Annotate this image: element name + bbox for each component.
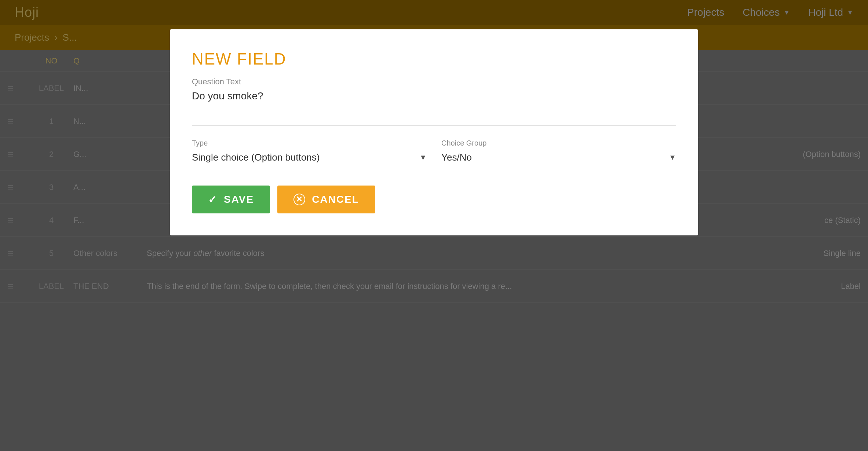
choice-group-select-arrow-icon: ▼ xyxy=(669,153,676,162)
checkmark-icon: ✓ xyxy=(208,194,217,206)
dialog-divider xyxy=(192,125,676,126)
choice-group-select-value: Yes/No xyxy=(441,152,472,163)
cancel-button[interactable]: ✕ CANCEL xyxy=(277,186,375,213)
question-text-value[interactable]: Do you smoke? xyxy=(192,90,676,112)
type-label: Type xyxy=(192,139,427,147)
question-text-label: Question Text xyxy=(192,77,676,87)
save-button[interactable]: ✓ SAVE xyxy=(192,186,270,213)
type-select-arrow-icon: ▼ xyxy=(419,153,427,162)
type-select[interactable]: Single choice (Option buttons) ▼ xyxy=(192,152,427,167)
dialog-fields-row: Type Single choice (Option buttons) ▼ Ch… xyxy=(192,139,676,167)
new-field-dialog: NEW FIELD Question Text Do you smoke? Ty… xyxy=(170,29,698,235)
modal-overlay: NEW FIELD Question Text Do you smoke? Ty… xyxy=(0,0,868,451)
choice-group-field: Choice Group Yes/No ▼ xyxy=(441,139,676,167)
choice-group-select[interactable]: Yes/No ▼ xyxy=(441,152,676,167)
cancel-x-icon: ✕ xyxy=(293,194,305,205)
type-select-value: Single choice (Option buttons) xyxy=(192,152,320,163)
choice-group-label: Choice Group xyxy=(441,139,676,147)
type-field: Type Single choice (Option buttons) ▼ xyxy=(192,139,427,167)
dialog-buttons: ✓ SAVE ✕ CANCEL xyxy=(192,186,676,213)
dialog-title: NEW FIELD xyxy=(192,50,676,68)
